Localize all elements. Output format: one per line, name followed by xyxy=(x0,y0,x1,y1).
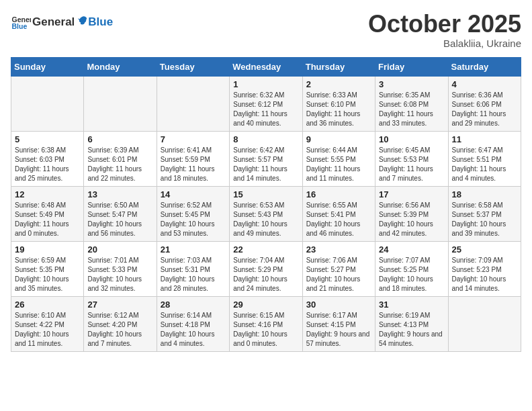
day-info-text: Sunrise: 6:12 AM Sunset: 4:20 PM Dayligh… xyxy=(87,311,152,349)
logo: General Blue General Blue xyxy=(11,11,113,31)
day-info-text: Sunrise: 6:42 AM Sunset: 5:57 PM Dayligh… xyxy=(233,146,298,183)
weekday-header-monday: Monday xyxy=(84,57,157,76)
day-info-text: Sunrise: 6:48 AM Sunset: 5:49 PM Dayligh… xyxy=(15,201,80,238)
day-info-text: Sunrise: 6:58 AM Sunset: 5:37 PM Dayligh… xyxy=(452,201,517,238)
day-number: 29 xyxy=(233,300,298,310)
weekday-header-friday: Friday xyxy=(375,57,448,76)
day-number: 6 xyxy=(87,134,152,144)
day-number: 18 xyxy=(452,189,517,199)
calendar-week-row: 19Sunrise: 6:59 AM Sunset: 5:35 PM Dayli… xyxy=(11,241,521,296)
calendar-week-row: 26Sunrise: 6:10 AM Sunset: 4:22 PM Dayli… xyxy=(11,296,521,351)
calendar-cell: 19Sunrise: 6:59 AM Sunset: 5:35 PM Dayli… xyxy=(11,241,84,296)
calendar-cell: 16Sunrise: 6:55 AM Sunset: 5:41 PM Dayli… xyxy=(302,186,375,241)
day-number: 12 xyxy=(15,189,80,199)
logo-general: General xyxy=(32,15,75,29)
day-number: 9 xyxy=(306,134,371,144)
calendar-cell: 8Sunrise: 6:42 AM Sunset: 5:57 PM Daylig… xyxy=(230,131,302,186)
calendar-cell: 6Sunrise: 6:39 AM Sunset: 6:01 PM Daylig… xyxy=(84,131,157,186)
calendar-cell: 9Sunrise: 6:44 AM Sunset: 5:55 PM Daylig… xyxy=(302,131,375,186)
calendar-cell: 25Sunrise: 7:09 AM Sunset: 5:23 PM Dayli… xyxy=(448,241,521,296)
calendar-cell: 11Sunrise: 6:47 AM Sunset: 5:51 PM Dayli… xyxy=(448,131,521,186)
day-info-text: Sunrise: 6:32 AM Sunset: 6:12 PM Dayligh… xyxy=(233,91,298,128)
logo-blue: Blue xyxy=(88,15,113,29)
weekday-header-sunday: Sunday xyxy=(11,57,84,76)
day-number: 11 xyxy=(452,134,517,144)
calendar-cell: 17Sunrise: 6:56 AM Sunset: 5:39 PM Dayli… xyxy=(375,186,448,241)
calendar-cell: 15Sunrise: 6:53 AM Sunset: 5:43 PM Dayli… xyxy=(230,186,302,241)
weekday-header-row: SundayMondayTuesdayWednesdayThursdayFrid… xyxy=(11,57,521,76)
calendar-week-row: 12Sunrise: 6:48 AM Sunset: 5:49 PM Dayli… xyxy=(11,186,521,241)
calendar-cell: 18Sunrise: 6:58 AM Sunset: 5:37 PM Dayli… xyxy=(448,186,521,241)
day-info-text: Sunrise: 6:33 AM Sunset: 6:10 PM Dayligh… xyxy=(306,91,371,128)
day-number: 20 xyxy=(87,244,152,255)
day-info-text: Sunrise: 6:56 AM Sunset: 5:39 PM Dayligh… xyxy=(379,201,444,238)
day-info-text: Sunrise: 6:38 AM Sunset: 6:03 PM Dayligh… xyxy=(15,146,80,183)
calendar-cell: 4Sunrise: 6:36 AM Sunset: 6:06 PM Daylig… xyxy=(448,76,521,131)
day-number: 22 xyxy=(233,244,298,255)
day-info-text: Sunrise: 7:04 AM Sunset: 5:29 PM Dayligh… xyxy=(233,256,298,293)
day-info-text: Sunrise: 6:10 AM Sunset: 4:22 PM Dayligh… xyxy=(15,311,80,349)
month-title: October 2025 xyxy=(368,11,521,38)
day-number: 15 xyxy=(233,189,298,199)
day-number: 19 xyxy=(15,244,80,255)
calendar-cell: 1Sunrise: 6:32 AM Sunset: 6:12 PM Daylig… xyxy=(230,76,302,131)
calendar-cell: 28Sunrise: 6:14 AM Sunset: 4:18 PM Dayli… xyxy=(157,296,229,351)
day-info-text: Sunrise: 6:14 AM Sunset: 4:18 PM Dayligh… xyxy=(161,311,226,349)
day-number: 31 xyxy=(379,300,444,310)
weekday-header-saturday: Saturday xyxy=(448,57,521,76)
header: General Blue General Blue October 2025 B… xyxy=(11,11,521,49)
calendar-cell: 12Sunrise: 6:48 AM Sunset: 5:49 PM Dayli… xyxy=(11,186,84,241)
calendar-week-row: 1Sunrise: 6:32 AM Sunset: 6:12 PM Daylig… xyxy=(11,76,521,131)
calendar-cell: 7Sunrise: 6:41 AM Sunset: 5:59 PM Daylig… xyxy=(157,131,229,186)
calendar-cell: 3Sunrise: 6:35 AM Sunset: 6:08 PM Daylig… xyxy=(375,76,448,131)
calendar-cell xyxy=(11,76,84,131)
day-info-text: Sunrise: 7:03 AM Sunset: 5:31 PM Dayligh… xyxy=(161,256,226,293)
location-subtitle: Balakliia, Ukraine xyxy=(368,38,521,49)
day-number: 28 xyxy=(161,300,226,310)
day-number: 14 xyxy=(161,189,226,199)
day-info-text: Sunrise: 6:44 AM Sunset: 5:55 PM Dayligh… xyxy=(306,146,371,183)
day-info-text: Sunrise: 7:09 AM Sunset: 5:23 PM Dayligh… xyxy=(452,256,517,293)
calendar-cell: 27Sunrise: 6:12 AM Sunset: 4:20 PM Dayli… xyxy=(84,296,157,351)
calendar-cell: 29Sunrise: 6:15 AM Sunset: 4:16 PM Dayli… xyxy=(230,296,302,351)
logo-icon: General Blue xyxy=(11,11,31,31)
day-info-text: Sunrise: 6:53 AM Sunset: 5:43 PM Dayligh… xyxy=(233,201,298,238)
day-number: 4 xyxy=(452,79,517,89)
calendar-cell: 26Sunrise: 6:10 AM Sunset: 4:22 PM Dayli… xyxy=(11,296,84,351)
weekday-header-thursday: Thursday xyxy=(302,57,375,76)
weekday-header-tuesday: Tuesday xyxy=(157,57,229,76)
calendar-cell: 14Sunrise: 6:52 AM Sunset: 5:45 PM Dayli… xyxy=(157,186,229,241)
day-number: 17 xyxy=(379,189,444,199)
day-info-text: Sunrise: 6:36 AM Sunset: 6:06 PM Dayligh… xyxy=(452,91,517,128)
day-number: 30 xyxy=(306,300,371,310)
day-info-text: Sunrise: 6:19 AM Sunset: 4:13 PM Dayligh… xyxy=(379,311,444,349)
day-info-text: Sunrise: 6:35 AM Sunset: 6:08 PM Dayligh… xyxy=(379,91,444,128)
day-info-text: Sunrise: 6:39 AM Sunset: 6:01 PM Dayligh… xyxy=(87,146,152,183)
calendar-cell: 20Sunrise: 7:01 AM Sunset: 5:33 PM Dayli… xyxy=(84,241,157,296)
day-info-text: Sunrise: 6:17 AM Sunset: 4:15 PM Dayligh… xyxy=(306,311,371,349)
calendar-cell: 10Sunrise: 6:45 AM Sunset: 5:53 PM Dayli… xyxy=(375,131,448,186)
day-number: 5 xyxy=(15,134,80,144)
calendar-cell: 2Sunrise: 6:33 AM Sunset: 6:10 PM Daylig… xyxy=(302,76,375,131)
day-info-text: Sunrise: 7:06 AM Sunset: 5:27 PM Dayligh… xyxy=(306,256,371,293)
calendar-cell: 30Sunrise: 6:17 AM Sunset: 4:15 PM Dayli… xyxy=(302,296,375,351)
day-number: 7 xyxy=(161,134,226,144)
day-number: 23 xyxy=(306,244,371,255)
day-info-text: Sunrise: 6:47 AM Sunset: 5:51 PM Dayligh… xyxy=(452,146,517,183)
logo-bird-icon xyxy=(75,13,87,26)
day-number: 10 xyxy=(379,134,444,144)
day-info-text: Sunrise: 6:59 AM Sunset: 5:35 PM Dayligh… xyxy=(15,256,80,293)
day-number: 27 xyxy=(87,300,152,310)
day-number: 16 xyxy=(306,189,371,199)
day-info-text: Sunrise: 7:01 AM Sunset: 5:33 PM Dayligh… xyxy=(87,256,152,293)
day-number: 2 xyxy=(306,79,371,89)
day-number: 8 xyxy=(233,134,298,144)
day-info-text: Sunrise: 6:50 AM Sunset: 5:47 PM Dayligh… xyxy=(87,201,152,238)
calendar-cell: 13Sunrise: 6:50 AM Sunset: 5:47 PM Dayli… xyxy=(84,186,157,241)
calendar-week-row: 5Sunrise: 6:38 AM Sunset: 6:03 PM Daylig… xyxy=(11,131,521,186)
day-number: 24 xyxy=(379,244,444,255)
day-number: 25 xyxy=(452,244,517,255)
day-info-text: Sunrise: 6:52 AM Sunset: 5:45 PM Dayligh… xyxy=(161,201,226,238)
calendar-cell: 23Sunrise: 7:06 AM Sunset: 5:27 PM Dayli… xyxy=(302,241,375,296)
weekday-header-wednesday: Wednesday xyxy=(230,57,302,76)
